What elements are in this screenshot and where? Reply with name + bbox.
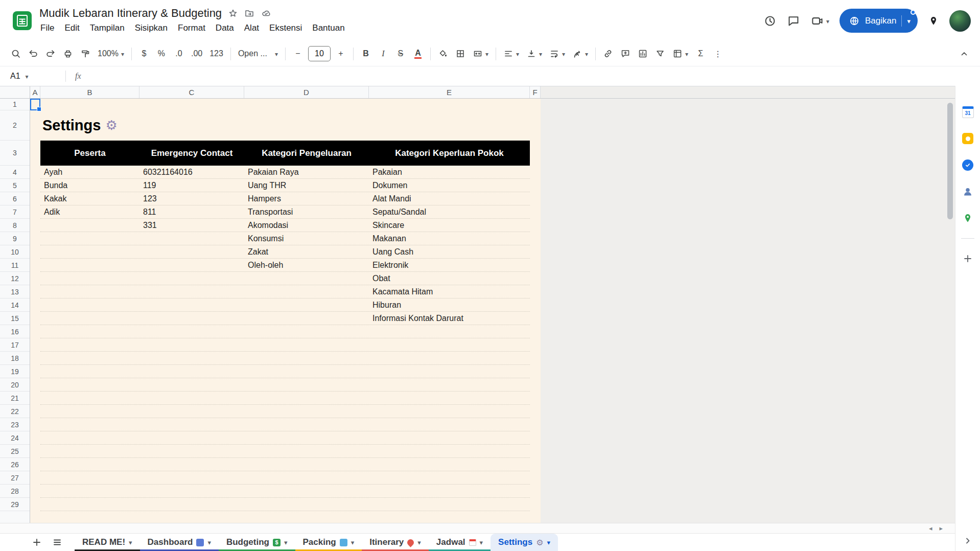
cell[interactable] — [244, 471, 369, 484]
cell[interactable] — [244, 418, 369, 431]
cell[interactable]: 119 — [139, 179, 244, 192]
tab-itinerary[interactable]: Itinerary — [362, 534, 429, 551]
cell[interactable] — [40, 352, 139, 364]
cell[interactable] — [244, 365, 369, 378]
cell[interactable] — [369, 431, 530, 444]
vertical-scrollbar[interactable] — [947, 103, 953, 219]
star-icon[interactable] — [228, 8, 238, 18]
cell[interactable] — [139, 285, 244, 298]
menu-tampilan[interactable]: Tampilan — [85, 21, 130, 35]
fill-color-icon[interactable] — [434, 44, 452, 63]
menu-alat[interactable]: Alat — [239, 21, 264, 35]
cell[interactable]: 331 — [139, 219, 244, 232]
row-header-26[interactable]: 26 — [0, 458, 30, 471]
tab-read-me-[interactable]: READ ME! — [75, 534, 140, 551]
cell[interactable] — [139, 365, 244, 378]
insert-chart-icon[interactable] — [634, 44, 651, 63]
cell[interactable]: Transportasi — [244, 205, 369, 218]
cell[interactable] — [244, 498, 369, 511]
horizontal-align-button[interactable] — [500, 44, 523, 63]
tab-menu-caret-icon[interactable] — [480, 537, 483, 547]
cell[interactable] — [139, 418, 244, 431]
cell[interactable] — [369, 458, 530, 471]
row-header-13[interactable]: 13 — [0, 285, 30, 299]
get-addons-icon[interactable] — [961, 252, 974, 265]
all-sheets-icon[interactable] — [47, 534, 67, 551]
cell[interactable] — [369, 498, 530, 511]
cell[interactable] — [244, 312, 369, 325]
paint-format-icon[interactable] — [77, 44, 94, 63]
comment-history-icon[interactable] — [787, 14, 800, 28]
cell[interactable]: Pakaian Raya — [244, 166, 369, 178]
cell[interactable] — [40, 392, 139, 404]
row-header-19[interactable]: 19 — [0, 365, 30, 378]
cloud-status-icon[interactable] — [261, 8, 272, 18]
cell[interactable] — [139, 232, 244, 245]
cell[interactable] — [139, 498, 244, 511]
tab-menu-caret-icon[interactable] — [284, 537, 288, 547]
row-header-14[interactable]: 14 — [0, 299, 30, 312]
tab-menu-caret-icon[interactable] — [351, 537, 355, 547]
cell[interactable] — [139, 405, 244, 418]
format-percent-button[interactable]: % — [153, 44, 170, 63]
cell[interactable] — [139, 392, 244, 404]
cell[interactable] — [244, 445, 369, 457]
cell[interactable] — [40, 498, 139, 511]
cell[interactable] — [244, 338, 369, 351]
cell[interactable]: Uang Cash — [369, 245, 530, 258]
cell[interactable] — [244, 511, 369, 523]
tab-menu-caret-icon[interactable] — [207, 537, 211, 547]
text-rotation-button[interactable] — [569, 44, 592, 63]
cell[interactable] — [139, 445, 244, 457]
decrease-font-size-button[interactable]: − — [289, 44, 307, 63]
tab-packing[interactable]: Packing — [295, 534, 362, 551]
cell[interactable] — [139, 378, 244, 391]
cell[interactable] — [40, 511, 139, 523]
cell[interactable]: 811 — [139, 205, 244, 218]
strikethrough-button[interactable]: S — [392, 44, 409, 63]
sheet-canvas[interactable]: Settings ⚙ PesertaEmergency ContactKateg… — [30, 99, 955, 523]
cell[interactable]: Uang THR — [244, 179, 369, 192]
cell[interactable]: Adik — [40, 205, 139, 218]
cell[interactable] — [40, 285, 139, 298]
calendar-icon[interactable]: 31 — [961, 105, 974, 119]
cell[interactable] — [40, 245, 139, 258]
cell[interactable]: Kacamata Hitam — [369, 285, 530, 298]
cell[interactable] — [40, 365, 139, 378]
italic-button[interactable]: I — [375, 44, 392, 63]
increase-decimal-button[interactable]: .00 — [188, 44, 206, 63]
row-header-7[interactable]: 7 — [0, 205, 30, 219]
cell[interactable] — [139, 511, 244, 523]
cell[interactable] — [40, 471, 139, 484]
menu-file[interactable]: File — [35, 21, 59, 35]
cell[interactable] — [139, 299, 244, 311]
sheets-logo-icon[interactable] — [13, 11, 32, 30]
redo-icon[interactable] — [42, 44, 59, 63]
cell[interactable] — [244, 352, 369, 364]
cell[interactable]: Hiburan — [369, 299, 530, 311]
borders-icon[interactable] — [452, 44, 469, 63]
cell[interactable]: Obat — [369, 272, 530, 285]
row-header-28[interactable]: 28 — [0, 485, 30, 498]
meet-caret-icon[interactable] — [826, 16, 829, 26]
cell[interactable] — [139, 245, 244, 258]
select-all-corner[interactable] — [0, 86, 30, 98]
cell[interactable] — [40, 378, 139, 391]
insert-comment-icon[interactable] — [617, 44, 634, 63]
text-color-button[interactable]: A — [409, 44, 427, 63]
cell[interactable] — [40, 458, 139, 471]
cell[interactable] — [369, 325, 530, 338]
insert-link-icon[interactable] — [599, 44, 617, 63]
share-button[interactable]: Bagikan — [839, 9, 918, 33]
row-header-25[interactable]: 25 — [0, 445, 30, 458]
row-header-10[interactable]: 10 — [0, 245, 30, 259]
cell[interactable] — [40, 325, 139, 338]
undo-icon[interactable] — [25, 44, 42, 63]
cell[interactable]: Pakaian — [369, 166, 530, 178]
cell[interactable]: Ayah — [40, 166, 139, 178]
maps-icon[interactable] — [961, 212, 974, 225]
cell[interactable] — [369, 365, 530, 378]
cell[interactable] — [369, 352, 530, 364]
cell[interactable]: Makanan — [369, 232, 530, 245]
scroll-right-icon[interactable]: ▸ — [939, 525, 943, 532]
